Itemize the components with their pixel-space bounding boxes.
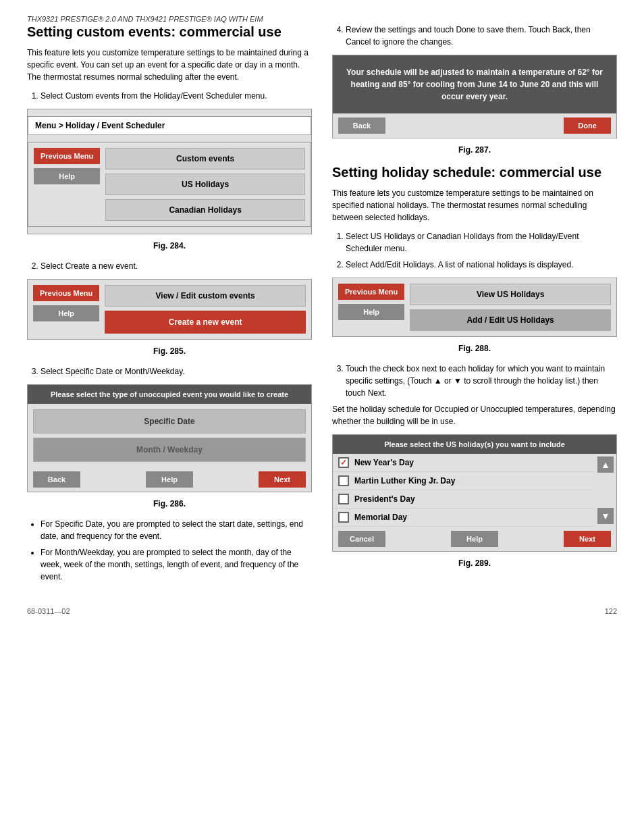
fig284-canadian-holidays[interactable]: Canadian Holidays <box>105 199 305 221</box>
fig289-cancel-button[interactable]: Cancel <box>338 531 385 547</box>
holiday-checkbox-2[interactable] <box>338 494 349 504</box>
fig289-header: Please select the US holiday(s) you want… <box>333 435 616 454</box>
fig285-view-edit[interactable]: View / Edit custom events <box>105 285 306 307</box>
fig285-prev-menu-button[interactable]: Previous Menu <box>33 285 99 301</box>
fig286-panel: Please select the type of unoccupied eve… <box>27 384 312 492</box>
holiday-row-3[interactable]: Memorial Day <box>333 509 595 527</box>
header-title: THX9321 PRESTIGE® 2.0 AND THX9421 PRESTI… <box>27 15 263 23</box>
fig286-specific-date[interactable]: Specific Date <box>33 409 306 434</box>
step2a-text: Select US Holidays or Canadian Holidays … <box>346 230 617 255</box>
fig285-help-button[interactable]: Help <box>33 305 99 321</box>
fig285-side-buttons: Previous Menu Help <box>33 285 99 334</box>
fig287-message: Your schedule will be adjusted to mainta… <box>333 55 616 113</box>
footer-left: 68-0311—02 <box>27 607 70 615</box>
fig289-footer: Cancel Help Next <box>333 527 616 551</box>
step1-text: Select Custom events from the Holiday/Ev… <box>41 90 312 102</box>
step3-text: Select Specific Date or Month/Weekday. <box>41 365 312 377</box>
fig289-help-button[interactable]: Help <box>451 531 498 547</box>
fig284-custom-events[interactable]: Custom events <box>105 148 305 170</box>
fig286-help-button[interactable]: Help <box>146 471 193 488</box>
fig289-scroll-controls: ▲ ▼ <box>595 454 616 527</box>
fig289-next-button[interactable]: Next <box>564 531 611 547</box>
fig286-footer: Back Help Next <box>28 467 311 492</box>
fig284-us-holidays[interactable]: US Holidays <box>105 174 305 195</box>
fig285-create-button[interactable]: Create a new event <box>105 311 306 334</box>
fig284-prev-menu-button[interactable]: Previous Menu <box>34 148 100 164</box>
fig286-back-button[interactable]: Back <box>33 471 80 488</box>
fig288-main-area: View US Holidays Add / Edit US Holidays <box>410 284 611 331</box>
fig289-body: ✓ New Year's Day Martin Luther King Jr. … <box>333 454 616 527</box>
step4-text: Review the settings and touch Done to sa… <box>346 24 617 48</box>
fig284-content: Previous Menu Help Custom events US Holi… <box>28 142 311 227</box>
holiday-row-1[interactable]: Martin Luther King Jr. Day <box>333 472 595 490</box>
fig288-panel: Previous Menu Help View US Holidays Add … <box>332 278 617 337</box>
fig289-holiday-list: ✓ New Year's Day Martin Luther King Jr. … <box>333 454 595 527</box>
step3b2-text: Set the holiday schedule for Occupied or… <box>332 403 617 427</box>
fig287-footer: Back Done <box>333 113 616 138</box>
fig288-side-buttons: Previous Menu Help <box>338 284 404 331</box>
page-footer: 68-0311—02 122 <box>27 607 617 615</box>
holiday-name-0: New Year's Day <box>354 458 414 467</box>
fig286-body: Specific Date Month / Weekday <box>28 404 311 467</box>
fig285-panel: Previous Menu Help View / Edit custom ev… <box>27 279 312 340</box>
left-column: Setting custom events: commercial use Th… <box>27 24 312 587</box>
step3b-text: Touch the check box next to each holiday… <box>346 363 617 399</box>
fig286-header: Please select the type of unoccupied eve… <box>28 385 311 404</box>
fig288-help-button[interactable]: Help <box>338 304 404 320</box>
fig288-add-edit[interactable]: Add / Edit US Holidays <box>410 309 611 331</box>
fig288-view-us[interactable]: View US Holidays <box>410 284 611 305</box>
holiday-checkbox-3[interactable] <box>338 512 349 523</box>
section1-intro: This feature lets you customize temperat… <box>27 47 312 83</box>
footer-center: 122 <box>605 607 617 615</box>
fig288-prev-menu-button[interactable]: Previous Menu <box>338 284 404 300</box>
fig284-label: Fig. 284. <box>27 241 312 251</box>
section2-intro: This feature lets you customize temperat… <box>332 187 617 224</box>
step2b-text: Select Add/Edit Holidays. A list of nati… <box>346 259 617 271</box>
holiday-row-2[interactable]: President's Day <box>333 490 595 509</box>
fig288-label: Fig. 288. <box>332 344 617 353</box>
holiday-row-0[interactable]: ✓ New Year's Day <box>333 454 595 472</box>
section1-title: Setting custom events: commercial use <box>27 24 312 40</box>
holiday-name-2: President's Day <box>354 494 415 504</box>
scroll-down-button[interactable]: ▼ <box>597 508 614 524</box>
fig287-label: Fig. 287. <box>332 145 617 155</box>
holiday-name-1: Martin Luther King Jr. Day <box>354 476 455 486</box>
fig286-next-button[interactable]: Next <box>259 471 306 488</box>
fig286-month-weekday[interactable]: Month / Weekday <box>33 438 306 462</box>
fig285-main-area: View / Edit custom events Create a new e… <box>105 285 306 334</box>
scroll-up-button[interactable]: ▲ <box>597 457 614 473</box>
step2-text: Select Create a new event. <box>41 260 312 272</box>
fig284-side-buttons: Previous Menu Help <box>34 148 100 221</box>
fig286-label: Fig. 286. <box>27 499 312 509</box>
fig284-menu-items: Custom events US Holidays Canadian Holid… <box>105 148 305 221</box>
fig285-row: Previous Menu Help View / Edit custom ev… <box>33 285 306 334</box>
holiday-checkbox-1[interactable] <box>338 475 349 486</box>
fig287-done-button[interactable]: Done <box>564 118 611 134</box>
fig289-panel: Please select the US holiday(s) you want… <box>332 434 617 552</box>
fig289-holiday-area: ✓ New Year's Day Martin Luther King Jr. … <box>333 454 616 527</box>
fig284-title: Menu > Holiday / Event Scheduler <box>28 116 311 135</box>
holiday-checkbox-0[interactable]: ✓ <box>338 457 349 468</box>
fig284-help-button[interactable]: Help <box>34 168 100 184</box>
section2-title: Setting holiday schedule: commercial use <box>332 164 617 180</box>
page-header: THX9321 PRESTIGE® 2.0 AND THX9421 PRESTI… <box>27 14 617 24</box>
fig288-row: Previous Menu Help View US Holidays Add … <box>338 284 611 331</box>
bullet2: For Month/Weekday, you are prompted to s… <box>41 546 312 583</box>
fig287-panel: Your schedule will be adjusted to mainta… <box>332 55 617 138</box>
fig289-label: Fig. 289. <box>332 558 617 568</box>
fig287-back-button[interactable]: Back <box>338 118 385 134</box>
fig285-label: Fig. 285. <box>27 346 312 356</box>
holiday-name-3: Memorial Day <box>354 513 407 522</box>
fig284-panel: Menu > Holiday / Event Scheduler Previou… <box>27 109 312 234</box>
right-column: Review the settings and touch Done to sa… <box>332 24 617 587</box>
bullet1: For Specific Date, you are prompted to s… <box>41 518 312 542</box>
